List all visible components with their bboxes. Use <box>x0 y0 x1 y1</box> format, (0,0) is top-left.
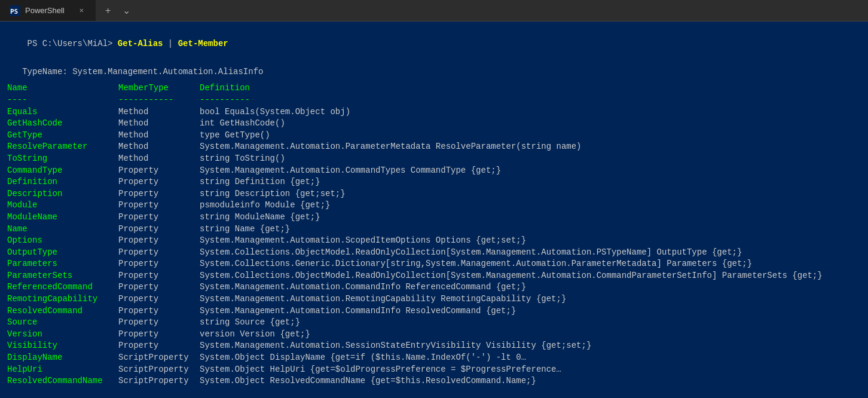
header-row: Name MemberType Definition <box>7 82 861 94</box>
active-tab[interactable]: PS PowerShell ✕ <box>0 0 96 21</box>
underline-definition: ---------- <box>200 94 250 106</box>
table-row: GetTypeMethodtype GetType() <box>7 130 861 142</box>
row-definition: version Version {get;} <box>200 329 310 341</box>
row-name: Equals <box>7 106 118 118</box>
row-membertype: Property <box>118 247 200 259</box>
row-definition: string ModuleName {get;} <box>200 212 320 224</box>
header-definition: Definition <box>200 82 250 94</box>
row-membertype: ScriptProperty <box>118 375 200 387</box>
prompt-line-1: PS C:\Users\MiAl> Get-Alias | Get-Member <box>7 26 861 62</box>
table-row: OptionsPropertySystem.Management.Automat… <box>7 235 861 247</box>
typename-line: TypeName: System.Management.Automation.A… <box>7 66 861 78</box>
underline-membertype: ----------- <box>118 94 200 106</box>
tab-label: PowerShell <box>25 6 65 15</box>
table-row: ToStringMethodstring ToString() <box>7 153 861 165</box>
row-name: Description <box>7 188 118 200</box>
row-name: HelpUri <box>7 364 118 376</box>
table-row: DisplayNameScriptPropertySystem.Object D… <box>7 352 861 364</box>
row-name: ResolveParameter <box>7 141 118 153</box>
row-definition: System.Management.Automation.CommandInfo… <box>200 305 516 317</box>
row-name: Options <box>7 235 118 247</box>
row-membertype: Property <box>118 224 200 235</box>
table-row: ReferencedCommandPropertySystem.Manageme… <box>7 281 861 293</box>
row-membertype: Property <box>118 176 200 188</box>
terminal-area[interactable]: PS C:\Users\MiAl> Get-Alias | Get-Member… <box>0 22 868 398</box>
row-name: ResolvedCommand <box>7 305 118 317</box>
row-definition: System.Management.Automation.RemotingCap… <box>200 293 566 305</box>
table-row: ModulePropertypsmoduleinfo Module {get;} <box>7 200 861 212</box>
row-name: Source <box>7 317 118 329</box>
table-row: VersionPropertyversion Version {get;} <box>7 329 861 341</box>
row-name: Definition <box>7 176 118 188</box>
row-definition: int GetHashCode() <box>200 118 285 130</box>
pipe-symbol: | <box>163 39 178 48</box>
row-name: DisplayName <box>7 352 118 364</box>
row-membertype: Property <box>118 317 200 329</box>
row-definition: psmoduleinfo Module {get;} <box>200 200 330 212</box>
close-tab-button[interactable]: ✕ <box>77 5 86 16</box>
row-membertype: Property <box>118 212 200 224</box>
row-name: ParameterSets <box>7 270 118 282</box>
row-membertype: Property <box>118 293 200 305</box>
table-row: ParameterSetsPropertySystem.Collections.… <box>7 270 861 282</box>
svg-text:PS: PS <box>10 8 18 16</box>
row-membertype: Property <box>118 340 200 352</box>
table-row: VisibilityPropertySystem.Management.Auto… <box>7 340 861 352</box>
data-rows: EqualsMethodbool Equals(System.Object ob… <box>7 106 861 387</box>
row-definition: bool Equals(System.Object obj) <box>200 106 350 118</box>
row-membertype: Method <box>118 106 200 118</box>
row-definition: string Name {get;} <box>200 224 290 235</box>
row-name: Module <box>7 200 118 212</box>
row-name: ToString <box>7 153 118 165</box>
row-definition: System.Collections.Generic.Dictionary[st… <box>200 258 752 270</box>
row-definition: System.Object HelpUri {get=$oldProgressP… <box>200 364 561 376</box>
row-name: GetHashCode <box>7 118 118 130</box>
row-membertype: Property <box>118 281 200 293</box>
dropdown-button[interactable]: ⌄ <box>118 0 135 22</box>
row-definition: System.Object ResolvedCommandName {get=$… <box>200 375 536 387</box>
title-bar: PS PowerShell ✕ + ⌄ <box>0 0 868 22</box>
row-definition: string Description {get;set;} <box>200 188 346 200</box>
row-membertype: Method <box>118 118 200 130</box>
underline-row: ---- ----------- ---------- <box>7 94 861 106</box>
row-membertype: ScriptProperty <box>118 364 200 376</box>
row-definition: string ToString() <box>200 153 285 165</box>
table-row: DefinitionPropertystring Definition {get… <box>7 176 861 188</box>
row-name: ModuleName <box>7 212 118 224</box>
row-name: ResolvedCommandName <box>7 375 118 387</box>
table-row: ResolveParameterMethodSystem.Management.… <box>7 141 861 153</box>
row-name: Parameters <box>7 258 118 270</box>
powershell-icon: PS <box>10 5 20 16</box>
row-name: GetType <box>7 130 118 142</box>
row-membertype: Property <box>118 235 200 247</box>
row-definition: string Definition {get;} <box>200 176 320 188</box>
table-row: OutputTypePropertySystem.Collections.Obj… <box>7 247 861 259</box>
table-row: HelpUriScriptPropertySystem.Object HelpU… <box>7 364 861 376</box>
underline-name: ---- <box>7 94 118 106</box>
row-membertype: Property <box>118 258 200 270</box>
table-row: DescriptionPropertystring Description {g… <box>7 188 861 200</box>
row-definition: System.Collections.ObjectModel.ReadOnlyC… <box>200 270 823 282</box>
cmd-get-alias: Get-Alias <box>118 39 163 48</box>
row-definition: System.Management.Automation.CommandType… <box>200 165 501 177</box>
row-name: RemotingCapability <box>7 293 118 305</box>
row-membertype: ScriptProperty <box>118 352 200 364</box>
row-name: Visibility <box>7 340 118 352</box>
new-tab-button[interactable]: + <box>100 0 115 22</box>
row-membertype: Property <box>118 188 200 200</box>
table-row: ParametersPropertySystem.Collections.Gen… <box>7 258 861 270</box>
table-row: NamePropertystring Name {get;} <box>7 224 861 235</box>
cmd-get-member: Get-Member <box>178 39 228 48</box>
row-membertype: Property <box>118 305 200 317</box>
table-row: RemotingCapabilityPropertySystem.Managem… <box>7 293 861 305</box>
table-row: ResolvedCommandNameScriptPropertySystem.… <box>7 375 861 387</box>
row-membertype: Method <box>118 141 200 153</box>
title-bar-controls: + ⌄ <box>100 0 135 22</box>
header-membertype: MemberType <box>118 82 200 94</box>
row-name: Name <box>7 224 118 235</box>
row-name: Version <box>7 329 118 341</box>
table-section: Name MemberType Definition ---- --------… <box>7 82 861 387</box>
table-row: GetHashCodeMethodint GetHashCode() <box>7 118 861 130</box>
table-row: CommandTypePropertySystem.Management.Aut… <box>7 165 861 177</box>
row-definition: type GetType() <box>200 130 270 142</box>
